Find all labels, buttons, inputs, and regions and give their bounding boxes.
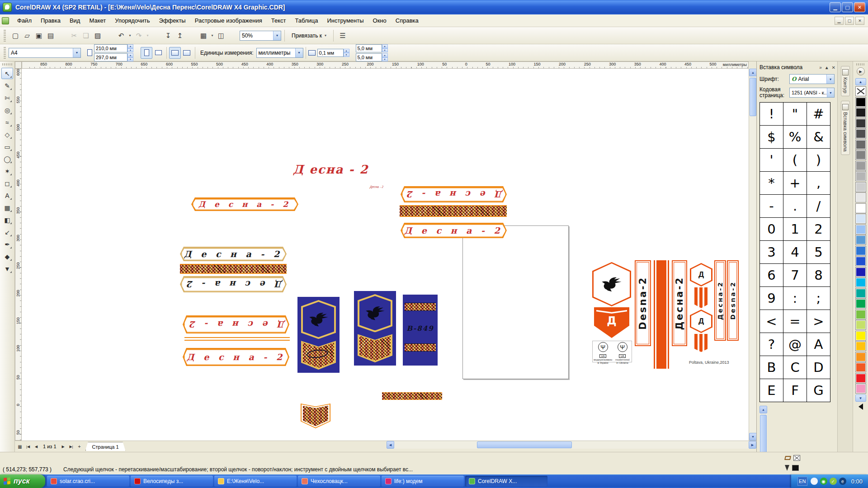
color-swatch[interactable]: [855, 288, 866, 298]
menu-item[interactable]: Инструменты: [323, 14, 368, 27]
document-restore-button[interactable]: ▢: [845, 17, 854, 25]
docker-chevron-button[interactable]: »: [819, 65, 822, 70]
symbol-cell[interactable]: 1: [783, 218, 807, 241]
chevron-down-icon[interactable]: ▾: [273, 31, 281, 40]
start-button[interactable]: пуск: [0, 474, 45, 488]
add-page-button[interactable]: +: [75, 442, 84, 450]
symbol-cell[interactable]: $: [760, 126, 783, 149]
symbol-cell[interactable]: <: [760, 310, 783, 333]
paper-height-spinner[interactable]: ▲▼: [127, 53, 133, 61]
decal-badge-red[interactable]: Д е с н а - 2: [401, 223, 507, 238]
color-swatch[interactable]: [855, 192, 866, 202]
decal-ornament-strip[interactable]: [180, 264, 287, 274]
palette-scroll-down-button[interactable]: ▼: [855, 394, 866, 402]
polygon-tool[interactable]: ✶: [1, 165, 13, 177]
docker-tab-insert-symbol[interactable]: Вставка символа: [841, 101, 850, 155]
toolbar-separator[interactable]: [227, 30, 239, 42]
menu-item[interactable]: Справка: [391, 14, 423, 27]
decal-small-hex-badge[interactable]: Д: [690, 263, 712, 286]
fill-tool[interactable]: ◆: [1, 251, 13, 262]
symbol-cell[interactable]: 5: [807, 241, 830, 264]
chevron-down-icon[interactable]: ▾: [826, 75, 834, 84]
symbol-cell[interactable]: ;: [807, 287, 830, 310]
symbol-cell[interactable]: @: [783, 333, 807, 356]
palette-expand-button[interactable]: [859, 404, 863, 410]
ruler-origin[interactable]: [15, 61, 22, 69]
color-swatch[interactable]: [855, 182, 866, 192]
language-indicator[interactable]: EN: [797, 477, 807, 486]
outline-pen-tool[interactable]: ✒: [1, 239, 13, 250]
pick-tool[interactable]: ↖: [1, 68, 13, 79]
menu-item[interactable]: Растровые изображения: [190, 14, 267, 27]
snap-to-dropdown[interactable]: Привязать к ▾: [288, 33, 330, 39]
decal-hexagon-bird-badge[interactable]: [592, 262, 631, 306]
toolbar-separator[interactable]: [104, 30, 115, 42]
all-pages-layout-button[interactable]: [169, 47, 181, 59]
symbol-cell[interactable]: C: [783, 356, 807, 379]
menu-item[interactable]: Вид: [65, 14, 85, 27]
decal-script-title[interactable]: Д есна - 2: [293, 163, 368, 176]
horizontal-scroll-thumb[interactable]: [477, 441, 572, 448]
palette-flyout-button[interactable]: ▶: [857, 67, 865, 75]
eyedropper-tool[interactable]: ↙: [1, 226, 13, 238]
duplicate-y-spinner[interactable]: ▲▼: [382, 53, 388, 61]
decal-panel-code[interactable]: В-849: [403, 295, 438, 366]
drawing-canvas[interactable]: Д есна - 2 Десна - 2 Д е с н а - 2 Д е с…: [22, 69, 749, 441]
decal-small-hex-badge[interactable]: Д: [690, 310, 712, 333]
landscape-orientation-button[interactable]: [152, 47, 164, 59]
basic-shapes-tool[interactable]: ◻: [1, 178, 13, 189]
rectangle-tool[interactable]: ▭: [1, 141, 13, 152]
color-swatch[interactable]: [855, 246, 866, 256]
color-swatch[interactable]: [855, 203, 866, 213]
decal-orange-band[interactable]: [654, 260, 669, 369]
symbol-cell[interactable]: 9: [760, 287, 783, 310]
paste-button[interactable]: ▨: [92, 30, 104, 42]
symbol-cell[interactable]: E: [760, 379, 783, 402]
paper-height-field[interactable]: 297,0 мм: [94, 53, 127, 61]
symbol-cell[interactable]: >: [807, 310, 830, 333]
restore-button[interactable]: ▢: [842, 2, 853, 12]
decal-tiny-label[interactable]: Десна - 2: [370, 185, 383, 188]
color-swatch[interactable]: [855, 362, 866, 372]
color-swatch[interactable]: [855, 214, 866, 224]
color-swatch[interactable]: [855, 352, 866, 362]
symbol-cell[interactable]: 3: [760, 241, 783, 264]
menu-item[interactable]: Упорядочить: [110, 14, 154, 27]
symbol-cell[interactable]: (: [783, 149, 807, 172]
previous-page-button[interactable]: ◀: [32, 442, 40, 450]
decal-vertical-strip-latin-small[interactable]: Desna-2: [727, 260, 739, 341]
font-combo[interactable]: O Arial ▾: [789, 74, 835, 84]
decal-badge-black[interactable]: Д е с н а - 2: [180, 247, 287, 261]
symbol-cell[interactable]: ?: [760, 333, 783, 356]
ellipse-tool[interactable]: ◯: [1, 153, 13, 164]
color-swatch[interactable]: [855, 310, 866, 319]
paper-width-spinner[interactable]: ▲▼: [127, 44, 133, 52]
symbol-cell[interactable]: F: [783, 379, 807, 402]
codepage-combo[interactable]: 1251 (ANSI - к... ▾: [789, 88, 835, 98]
current-page-layout-button[interactable]: [181, 47, 193, 59]
symbol-cell[interactable]: G: [807, 379, 830, 402]
color-swatch[interactable]: [855, 129, 866, 139]
decal-badge-red-reversed[interactable]: Д е с н а - 2: [183, 315, 289, 333]
symbol-cell[interactable]: #: [807, 103, 830, 126]
symbol-cell[interactable]: ': [760, 149, 783, 172]
decal-certification-marks[interactable]: Ψ UA модернізованов Україні Ψ UA moderni…: [592, 341, 632, 362]
decal-badge-red-reversed[interactable]: Д е с н а - 2: [401, 186, 507, 202]
color-swatch[interactable]: [855, 373, 866, 383]
antivirus-icon[interactable]: ◉: [820, 478, 827, 485]
page-sorter-icon[interactable]: ▦: [16, 442, 24, 450]
symbol-cell[interactable]: %: [783, 126, 807, 149]
menu-item[interactable]: Эффекты: [155, 14, 190, 27]
color-swatch[interactable]: [855, 320, 866, 330]
messenger-icon[interactable]: ✓: [830, 478, 837, 485]
menu-item[interactable]: Текст: [267, 14, 291, 27]
color-swatch[interactable]: [855, 341, 866, 351]
browser-e-icon[interactable]: e: [839, 478, 846, 485]
corel-online-button[interactable]: ◫: [215, 30, 227, 42]
new-document-button[interactable]: ▢: [9, 30, 21, 42]
redo-button[interactable]: ↷: [133, 30, 145, 42]
undo-button[interactable]: ↶: [115, 30, 127, 42]
palette-scroll-up-button[interactable]: ▲: [855, 78, 866, 85]
application-launcher-button[interactable]: ▦: [198, 30, 209, 42]
decal-shield-badge[interactable]: Д: [594, 307, 629, 338]
